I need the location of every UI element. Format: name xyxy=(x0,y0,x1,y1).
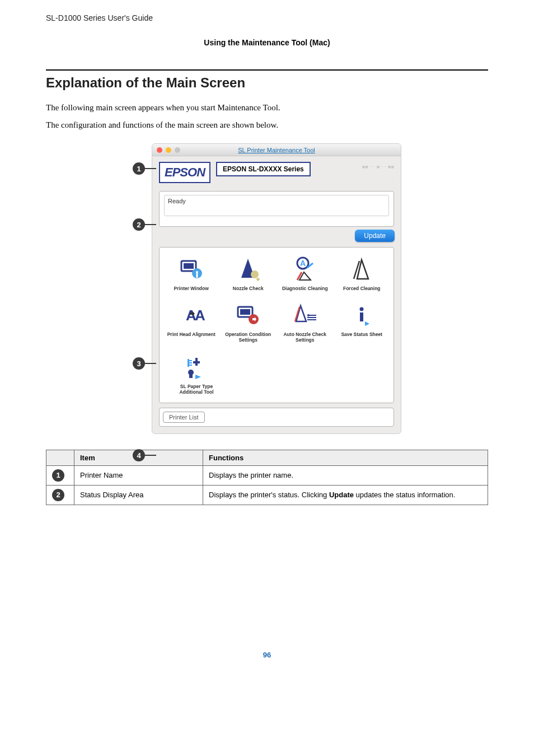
svg-rect-12 xyxy=(240,309,250,315)
tile-label: Diagnostic Cleaning xyxy=(277,286,333,291)
tile-label: SL Paper Type Additional Tool xyxy=(168,384,224,395)
operation-condition-settings-tile[interactable]: Operation Condition Settings xyxy=(220,301,276,343)
intro-paragraph-2: The configuration and functions of the m… xyxy=(46,120,488,130)
forced-cleaning-icon xyxy=(348,255,375,282)
row-marker: 1 xyxy=(52,469,64,482)
info-table: Item Functions 1 Printer Name Displays t… xyxy=(46,450,488,505)
svg-text:A: A xyxy=(195,307,205,324)
tile-row-3: SL Paper Type Additional Tool xyxy=(163,353,390,395)
tile-label: Nozzle Check xyxy=(220,286,276,291)
rule-line xyxy=(46,69,488,71)
info-icon xyxy=(348,301,375,328)
print-head-alignment-tile[interactable]: AA Print Head Alignment xyxy=(163,301,219,343)
faded-text: ■■ ･･ ■ ･･ ■■ xyxy=(362,164,394,170)
svg-rect-4 xyxy=(196,273,198,278)
forced-cleaning-tile[interactable]: Forced Cleaning xyxy=(334,255,390,291)
tile-row-2: AA Print Head Alignment Operation Condit… xyxy=(163,301,390,343)
printer-window-icon xyxy=(178,255,205,282)
tile-label: Forced Cleaning xyxy=(334,286,390,291)
window-title: SL Printer Maintenance Tool xyxy=(152,147,401,153)
tile-panel: Printer Window Nozzle Check A Diagnostic… xyxy=(159,247,394,403)
diagnostic-cleaning-icon: A xyxy=(292,255,318,282)
callout-marker-1: 1 xyxy=(133,162,145,175)
guide-name: SL-D1000 Series User's Guide xyxy=(46,13,488,22)
diagnostic-cleaning-tile[interactable]: A Diagnostic Cleaning xyxy=(277,255,333,291)
callout-line-4 xyxy=(145,455,156,456)
status-text: Ready xyxy=(164,195,389,216)
page-number: 96 xyxy=(46,651,488,659)
paper-type-icon xyxy=(183,353,210,380)
tile-label: Operation Condition Settings xyxy=(220,332,276,343)
svg-point-18 xyxy=(360,307,364,311)
sl-paper-type-additional-tool-tile[interactable]: SL Paper Type Additional Tool xyxy=(168,353,224,395)
save-status-sheet-tile[interactable]: Save Status Sheet xyxy=(334,301,390,343)
callout-marker-3: 3 xyxy=(133,357,145,370)
svg-rect-15 xyxy=(307,317,316,318)
callout-marker-2: 2 xyxy=(133,218,145,231)
svg-rect-27 xyxy=(189,375,193,378)
svg-point-3 xyxy=(196,271,198,273)
section-context: Using the Maintenance Tool (Mac) xyxy=(46,38,488,47)
tile-row-1: Printer Window Nozzle Check A Diagnostic… xyxy=(163,255,390,291)
svg-rect-16 xyxy=(307,319,316,320)
auto-nozzle-icon xyxy=(292,301,318,328)
header-blank xyxy=(46,450,74,465)
callout-marker-4: 4 xyxy=(133,449,145,461)
window-titlebar: SL Printer Maintenance Tool xyxy=(152,144,401,156)
series-name-box: EPSON SL-DXXXX Series xyxy=(216,162,311,176)
table-row: 1 Printer Name Displays the printer name… xyxy=(46,465,488,485)
tile-label: Printer Window xyxy=(163,286,219,291)
svg-rect-23 xyxy=(188,365,192,366)
svg-rect-22 xyxy=(188,362,192,363)
svg-rect-6 xyxy=(256,277,260,281)
header-row: EPSON EPSON SL-DXXXX Series ■■ ･･ ■ ･･ ■… xyxy=(152,156,401,186)
status-panel: Ready Update xyxy=(159,191,394,227)
tile-label: Print Head Alignment xyxy=(163,332,219,337)
header-functions: Functions xyxy=(203,450,488,465)
callout-line-2 xyxy=(145,224,156,225)
screenshot-container: 1 2 3 4 SL Printer Maintenance Tool EPSO… xyxy=(46,143,488,434)
svg-rect-25 xyxy=(193,361,200,363)
tile-label: Auto Nozzle Check Settings xyxy=(277,332,333,343)
maintenance-tool-window: SL Printer Maintenance Tool EPSON EPSON … xyxy=(152,143,401,434)
auto-nozzle-check-settings-tile[interactable]: Auto Nozzle Check Settings xyxy=(277,301,333,343)
row-item: Printer Name xyxy=(74,465,203,485)
nozzle-check-tile[interactable]: Nozzle Check xyxy=(220,255,276,291)
svg-rect-21 xyxy=(188,360,192,361)
printer-list-button[interactable]: Printer List xyxy=(163,412,205,423)
alignment-icon: AA xyxy=(178,301,205,328)
row-item: Status Display Area xyxy=(74,485,203,505)
epson-logo: EPSON xyxy=(159,162,210,183)
callout-line-3 xyxy=(145,363,156,364)
callout-line-1 xyxy=(145,168,156,169)
update-button[interactable]: Update xyxy=(355,230,395,242)
svg-point-5 xyxy=(251,270,259,278)
printer-window-tile[interactable]: Printer Window xyxy=(163,255,219,291)
svg-rect-19 xyxy=(360,312,363,321)
svg-point-26 xyxy=(188,370,194,375)
table-row: 2 Status Display Area Displays the print… xyxy=(46,485,488,505)
tile-label: Save Status Sheet xyxy=(334,332,390,337)
svg-text:A: A xyxy=(300,259,306,268)
footer-panel: Printer List xyxy=(159,408,394,427)
operation-settings-icon xyxy=(235,301,261,328)
svg-rect-1 xyxy=(184,263,194,269)
nozzle-check-icon xyxy=(235,255,261,282)
row-function: Displays the printer name. xyxy=(203,465,488,485)
page-heading: Explanation of the Main Screen xyxy=(46,75,488,91)
row-marker: 2 xyxy=(52,489,64,501)
svg-point-17 xyxy=(307,314,310,316)
marker-column: 1 2 3 4 xyxy=(133,143,152,434)
intro-paragraph-1: The following main screen appears when y… xyxy=(46,103,488,113)
row-function: Displays the printer's status. Clicking … xyxy=(203,485,488,505)
